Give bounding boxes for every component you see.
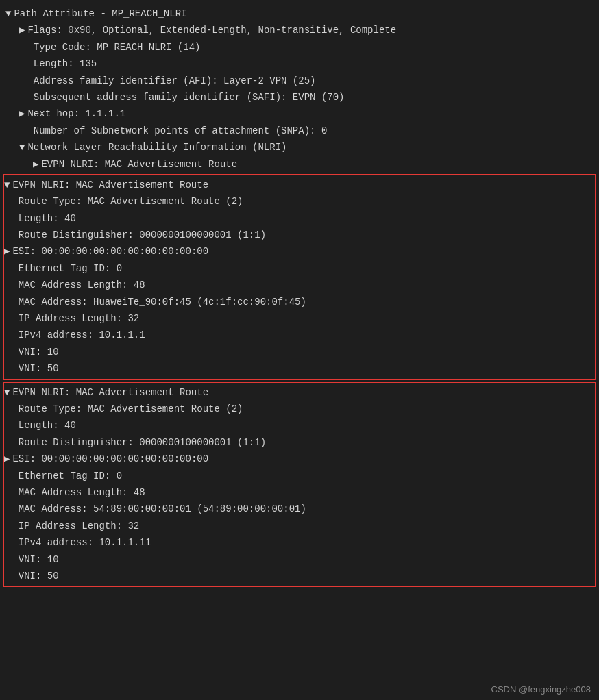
- type-code-label: Type Code: MP_REACH_NLRI (14): [34, 40, 201, 55]
- vni-1a: VNI: 10: [4, 344, 595, 360]
- nlri-parent-label: Network Layer Reachability Information (…: [27, 140, 286, 155]
- watermark: CSDN @fengxingzhe008: [491, 684, 591, 695]
- vni-2b: VNI: 50: [4, 568, 595, 584]
- root-node[interactable]: ▼ Path Attribute - MP_REACH_NLRI: [0, 5, 599, 22]
- length-2-label: Length: 40: [19, 418, 76, 433]
- eth-tag-1-label: Ethernet Tag ID: 0: [19, 261, 122, 276]
- mac-len-1-label: MAC Address Length: 48: [19, 277, 145, 292]
- chevron-right-icon[interactable]: ▶: [4, 244, 10, 259]
- vni-1b: VNI: 50: [4, 360, 595, 377]
- evpn-nlri-1-collapsed[interactable]: ▶ EVPN NLRI: MAC Advertisement Route: [0, 156, 599, 173]
- eth-tag-2-label: Ethernet Tag ID: 0: [19, 468, 122, 484]
- vni-1b-label: VNI: 50: [19, 361, 59, 376]
- ip-len-1-label: IP Address Length: 32: [19, 311, 139, 326]
- chevron-right-icon[interactable]: ▶: [19, 106, 25, 121]
- ipv4-2: IPv4 address: 10.1.1.11: [4, 534, 595, 551]
- ipv4-1-label: IPv4 address: 10.1.1.1: [19, 327, 145, 342]
- afi-line: Address family identifier (AFI): Layer-2…: [0, 73, 599, 89]
- afi-label: Address family identifier (AFI): Layer-2…: [34, 73, 316, 88]
- route-type-1: Route Type: MAC Advertisement Route (2): [4, 193, 595, 210]
- esi-2-label: ESI: 00:00:00:00:00:00:00:00:00:00: [12, 451, 208, 466]
- route-type-2-label: Route Type: MAC Advertisement Route (2): [19, 401, 243, 416]
- length-1: Length: 40: [4, 210, 595, 227]
- ip-len-1: IP Address Length: 32: [4, 310, 595, 327]
- vni-2b-label: VNI: 50: [19, 568, 59, 584]
- esi-1[interactable]: ▶ ESI: 00:00:00:00:00:00:00:00:00:00: [4, 243, 595, 260]
- mac-addr-1: MAC Address: HuaweiTe_90:0f:45 (4c:1f:cc…: [4, 294, 595, 310]
- length-1-label: Length: 40: [19, 211, 76, 226]
- tree-container: ▼ Path Attribute - MP_REACH_NLRI ▶ Flags…: [0, 0, 599, 594]
- length-2: Length: 40: [4, 417, 595, 434]
- evpn-nlri-2-label: EVPN NLRI: MAC Advertisement Route: [12, 177, 208, 192]
- esi-2[interactable]: ▶ ESI: 00:00:00:00:00:00:00:00:00:00: [4, 451, 595, 467]
- chevron-right-icon[interactable]: ▶: [19, 23, 25, 38]
- snpa-line: Number of Subnetwork points of attachmen…: [0, 123, 599, 139]
- safi-line: Subsequent address family identifier (SA…: [0, 89, 599, 105]
- nexthop-label: Next hop: 1.1.1.1: [27, 106, 125, 121]
- route-type-1-label: Route Type: MAC Advertisement Route (2): [19, 194, 243, 209]
- vni-2a: VNI: 10: [4, 551, 595, 568]
- evpn-nlri-3-box: ▼ EVPN NLRI: MAC Advertisement Route Rou…: [3, 382, 596, 588]
- mac-len-2-label: MAC Address Length: 48: [19, 485, 145, 500]
- evpn-nlri-3-header[interactable]: ▼ EVPN NLRI: MAC Advertisement Route: [4, 384, 595, 401]
- chevron-down-icon[interactable]: ▼: [19, 140, 25, 155]
- esi-1-label: ESI: 00:00:00:00:00:00:00:00:00:00: [12, 244, 208, 259]
- flags-label: Flags: 0x90, Optional, Extended-Length, …: [27, 23, 396, 38]
- rd-1: Route Distinguisher: 0000000100000001 (1…: [4, 227, 595, 243]
- nexthop-line[interactable]: ▶ Next hop: 1.1.1.1: [0, 105, 599, 122]
- length-line: Length: 135: [0, 55, 599, 72]
- evpn-nlri-1-label: EVPN NLRI: MAC Advertisement Route: [41, 157, 237, 172]
- vni-2a-label: VNI: 10: [19, 552, 59, 567]
- flags-line[interactable]: ▶ Flags: 0x90, Optional, Extended-Length…: [0, 22, 599, 38]
- evpn-nlri-3-label: EVPN NLRI: MAC Advertisement Route: [12, 385, 208, 400]
- eth-tag-1: Ethernet Tag ID: 0: [4, 260, 595, 277]
- evpn-nlri-2-box: ▼ EVPN NLRI: MAC Advertisement Route Rou…: [3, 174, 596, 380]
- ipv4-2-label: IPv4 address: 10.1.1.11: [19, 535, 151, 550]
- type-code-line: Type Code: MP_REACH_NLRI (14): [0, 39, 599, 55]
- nlri-parent-line[interactable]: ▼ Network Layer Reachability Information…: [0, 139, 599, 155]
- mac-addr-2: MAC Address: 54:89:00:00:00:01 (54:89:00…: [4, 501, 595, 517]
- chevron-down-icon[interactable]: ▼: [4, 385, 10, 400]
- chevron-down-icon[interactable]: ▼: [4, 177, 10, 192]
- mac-len-1: MAC Address Length: 48: [4, 277, 595, 293]
- evpn-nlri-2-header[interactable]: ▼ EVPN NLRI: MAC Advertisement Route: [4, 177, 595, 193]
- chevron-right-icon[interactable]: ▶: [33, 157, 38, 172]
- mac-addr-1-label: MAC Address: HuaweiTe_90:0f:45 (4c:1f:cc…: [19, 295, 306, 310]
- length-label: Length: 135: [34, 56, 97, 71]
- rd-2-label: Route Distinguisher: 0000000100000001 (1…: [19, 435, 266, 450]
- snpa-label: Number of Subnetwork points of attachmen…: [34, 123, 327, 138]
- ip-len-2-label: IP Address Length: 32: [19, 518, 139, 534]
- rd-1-label: Route Distinguisher: 0000000100000001 (1…: [19, 227, 266, 242]
- chevron-down-icon[interactable]: ▼: [5, 6, 11, 21]
- vni-1a-label: VNI: 10: [19, 345, 59, 360]
- chevron-right-icon[interactable]: ▶: [4, 451, 10, 466]
- root-label: Path Attribute - MP_REACH_NLRI: [14, 6, 186, 21]
- mac-len-2: MAC Address Length: 48: [4, 484, 595, 501]
- safi-label: Subsequent address family identifier (SA…: [34, 90, 345, 105]
- rd-2: Route Distinguisher: 0000000100000001 (1…: [4, 434, 595, 451]
- eth-tag-2: Ethernet Tag ID: 0: [4, 468, 595, 484]
- ip-len-2: IP Address Length: 32: [4, 518, 595, 534]
- mac-addr-2-label: MAC Address: 54:89:00:00:00:01 (54:89:00…: [19, 501, 306, 516]
- route-type-2: Route Type: MAC Advertisement Route (2): [4, 401, 595, 417]
- ipv4-1: IPv4 address: 10.1.1.1: [4, 327, 595, 343]
